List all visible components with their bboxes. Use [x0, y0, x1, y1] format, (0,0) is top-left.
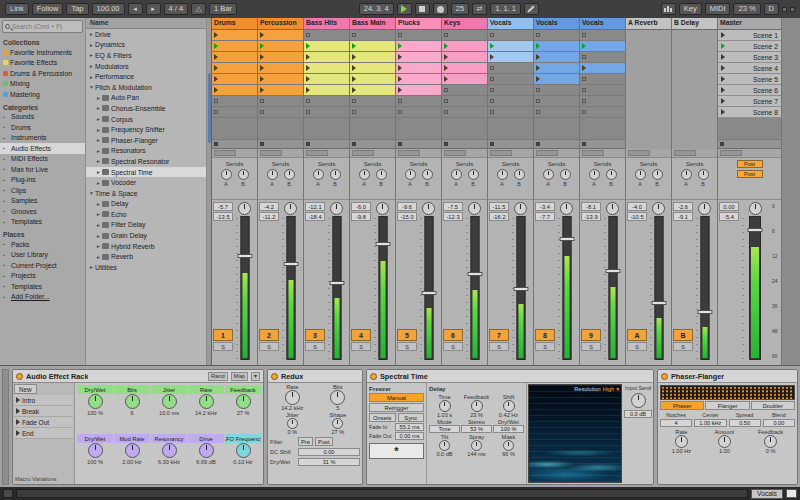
sidebar-item-instruments[interactable]: ▪Instruments [0, 133, 85, 144]
pan-knob[interactable] [749, 202, 762, 215]
pan-knob[interactable] [514, 202, 527, 215]
macro-knob[interactable] [162, 443, 177, 458]
bits-knob[interactable] [330, 390, 345, 405]
pan-knob[interactable] [238, 202, 251, 215]
clip-stop-button[interactable] [490, 110, 494, 114]
sidebar-item-add-folder[interactable]: ▪Add Folder... [0, 292, 85, 303]
expand-arrow-icon[interactable]: ▸ [95, 180, 102, 186]
record-button[interactable] [433, 3, 448, 15]
fader-handle[interactable] [467, 272, 482, 276]
sidebar-item-templates[interactable]: ▪Templates [0, 281, 85, 292]
empty-clip-slot[interactable] [442, 107, 487, 118]
sidebar-item-clips[interactable]: ▪Clips [0, 185, 85, 196]
mode-phaser-button[interactable]: Phaser [660, 401, 704, 410]
file-item-spectral-time[interactable]: ▸Spectral Time [86, 167, 206, 178]
empty-clip-slot[interactable] [396, 30, 441, 41]
file-item-eq-filters[interactable]: ▸EQ & Filters [86, 50, 206, 61]
track-activator-button[interactable]: B [673, 329, 693, 341]
playing-clip[interactable] [488, 41, 533, 52]
sidebar-item-favorite-effects[interactable]: Favorite Effects [0, 58, 85, 69]
clip[interactable] [350, 63, 395, 74]
clip-launch-triangle[interactable] [352, 87, 356, 93]
dry-wet-value[interactable]: 31 % [298, 458, 360, 466]
clip-launch-triangle[interactable] [536, 54, 540, 60]
track-header[interactable]: Bass Hits [304, 18, 349, 30]
pan-knob[interactable] [698, 202, 711, 215]
sidebar-item-mastering[interactable]: Mastering [0, 89, 85, 100]
volume-value[interactable]: -8.1 [581, 202, 601, 211]
expand-arrow-icon[interactable]: ▸ [95, 148, 102, 154]
device-power-button[interactable] [271, 373, 278, 380]
sidebar-item-max-for-live[interactable]: ▪Max for Live [0, 164, 85, 175]
empty-clip-slot[interactable] [212, 96, 257, 107]
empty-clip-slot[interactable] [396, 107, 441, 118]
spray-knob[interactable] [471, 440, 482, 451]
track-activator-button[interactable]: 5 [397, 329, 417, 341]
file-item-resonators[interactable]: ▸Resonators [86, 146, 206, 157]
empty-clip-slot[interactable] [304, 107, 349, 118]
sidebar-item-plug-ins[interactable]: ▪Plug-ins [0, 175, 85, 186]
expand-arrow-icon[interactable]: ▸ [88, 264, 95, 270]
stereo-value[interactable]: 53 % [461, 425, 492, 433]
scene-slot-2[interactable]: Scene 2 [718, 41, 781, 52]
fader-handle[interactable] [421, 291, 436, 295]
track-header[interactable]: Vocals [580, 18, 625, 30]
clip[interactable] [488, 52, 533, 63]
master-track-header[interactable]: Master [718, 18, 781, 30]
clip[interactable] [442, 63, 487, 74]
sidebar-item-audio-effects[interactable]: ▪Audio Effects [0, 143, 85, 154]
clip[interactable] [304, 74, 349, 85]
empty-clip-slot[interactable] [580, 85, 625, 96]
variation-intro[interactable]: Intro [14, 395, 73, 406]
empty-clip-slot[interactable] [488, 85, 533, 96]
param-value[interactable]: 0.00 [763, 419, 795, 427]
clip-launch-triangle[interactable] [490, 54, 494, 60]
clip-stop-button[interactable] [490, 66, 494, 70]
clip-stop-button[interactable] [490, 77, 494, 81]
clip[interactable] [580, 63, 625, 74]
scene-slot-3[interactable]: Scene 3 [718, 52, 781, 63]
file-item-grain-delay[interactable]: ▸Grain Delay [86, 230, 206, 241]
empty-clip-slot[interactable] [534, 107, 579, 118]
sidebar-item-projects[interactable]: ▪Projects [0, 271, 85, 282]
clip-launch-triangle[interactable] [536, 43, 540, 49]
solo-button[interactable]: S [581, 342, 601, 351]
expand-arrow-icon[interactable]: ▸ [95, 137, 102, 143]
empty-clip-slot[interactable] [350, 30, 395, 41]
send-knob-a[interactable] [405, 169, 416, 180]
volume-value[interactable]: -7.5 [443, 202, 463, 211]
sidebar-item-drums[interactable]: ▪Drums [0, 122, 85, 133]
scene-slot-5[interactable]: Scene 5 [718, 74, 781, 85]
macro-map-button[interactable]: Map [231, 372, 248, 381]
track-activator-button[interactable]: 6 [443, 329, 463, 341]
track-activator-button[interactable]: 8 [535, 329, 555, 341]
fader-handle[interactable] [513, 287, 528, 291]
track-activator-button[interactable]: 4 [351, 329, 371, 341]
variation-launch-triangle[interactable] [16, 430, 20, 436]
expand-arrow-icon[interactable]: ▸ [88, 31, 95, 37]
clip[interactable] [442, 52, 487, 63]
rate-knob[interactable] [675, 435, 688, 448]
fader-handle[interactable] [329, 281, 344, 285]
clip-launch-triangle[interactable] [444, 65, 448, 71]
onsets-menu[interactable]: Onsets [369, 413, 396, 422]
fader-handle[interactable] [651, 301, 666, 305]
empty-clip-slot[interactable] [580, 107, 625, 118]
draw-mode-button[interactable] [524, 3, 539, 15]
computer-midi-keyboard-button[interactable] [661, 3, 676, 15]
empty-clip-slot[interactable] [488, 74, 533, 85]
volume-fader[interactable] [601, 216, 624, 363]
clip-stop-button[interactable] [214, 99, 218, 103]
volume-fader[interactable] [233, 216, 256, 363]
track-activator-button[interactable]: 1 [213, 329, 233, 341]
file-item-chorus-ensemble[interactable]: ▸Chorus-Ensemble [86, 103, 206, 114]
empty-clip-slot[interactable] [488, 30, 533, 41]
tilt-knob[interactable] [439, 440, 450, 451]
sidebar-item-samples[interactable]: ▪Samples [0, 196, 85, 207]
clip-launch-triangle[interactable] [214, 65, 218, 71]
expand-arrow-icon[interactable]: ▸ [88, 52, 95, 58]
file-item-performance[interactable]: ▸Performance [86, 71, 206, 82]
send-knob-b[interactable] [652, 169, 663, 180]
clip-stop-button[interactable] [260, 99, 264, 103]
clip-launch-triangle[interactable] [214, 54, 218, 60]
